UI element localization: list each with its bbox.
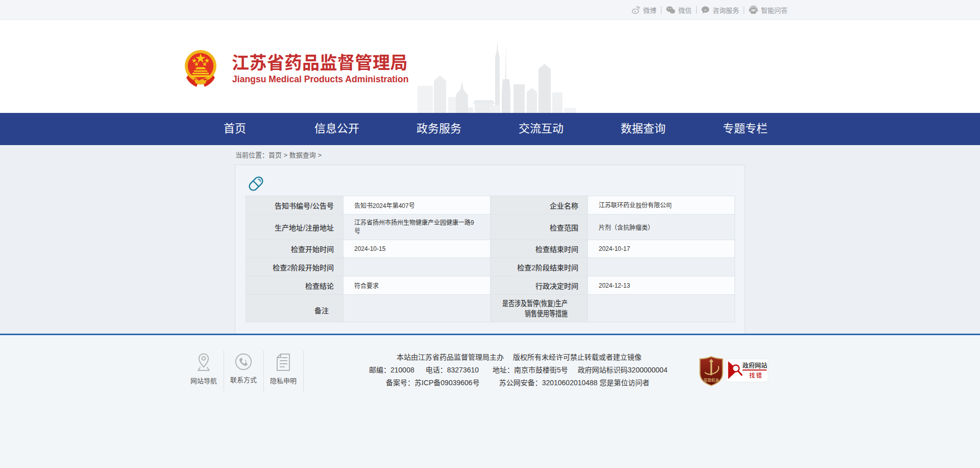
svg-text:找错: 找错	[749, 371, 763, 379]
svg-text:政府网站: 政府网站	[743, 361, 768, 370]
svg-text:党政机关: 党政机关	[703, 377, 719, 383]
